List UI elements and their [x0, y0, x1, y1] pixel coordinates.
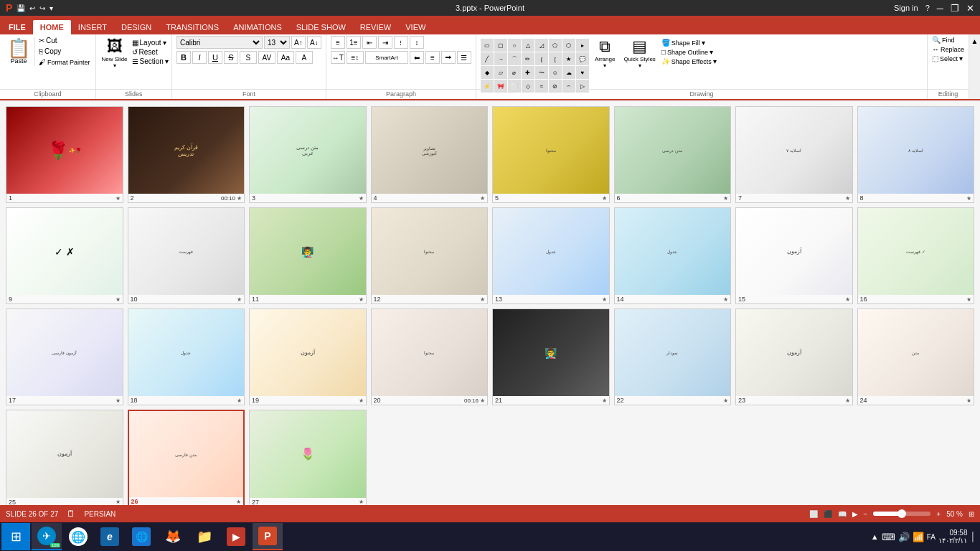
slide-item-4[interactable]: تصاویرآموزشی4★: [371, 106, 489, 203]
slide-item-10[interactable]: فهرست10★: [128, 207, 245, 304]
notes-icon[interactable]: 🗒: [67, 509, 75, 519]
shape-freeform[interactable]: ✏: [522, 52, 534, 65]
align-right-btn[interactable]: ⮕: [441, 51, 456, 64]
slide-item-20[interactable]: محتوا2000:16★: [371, 309, 489, 405]
align-left-btn[interactable]: ⬅: [410, 51, 424, 64]
taskbar-firefox[interactable]: 🦊: [158, 523, 188, 550]
slideshow-view-icon[interactable]: ▶: [852, 510, 858, 518]
slide-item-24[interactable]: متن24★: [857, 309, 975, 405]
taskbar-media[interactable]: ▶: [221, 523, 251, 550]
columns-btn[interactable]: ⫶: [394, 36, 408, 49]
decrease-font-btn[interactable]: A↓: [307, 36, 321, 49]
font-size-select[interactable]: 13: [264, 36, 290, 49]
shape-parallelogram[interactable]: ▱: [494, 66, 507, 79]
replace-button[interactable]: ↔ Replace: [932, 45, 964, 53]
zoom-in-btn[interactable]: +: [936, 510, 941, 518]
slide-item-9[interactable]: ✓ ✗9★: [6, 207, 123, 304]
slide-item-15[interactable]: آزمون15★: [735, 207, 853, 304]
find-button[interactable]: 🔍 Find: [932, 36, 964, 44]
restore-btn[interactable]: ❐: [951, 3, 959, 14]
fit-slide-btn[interactable]: ⊞: [969, 510, 974, 518]
strikethrough-btn[interactable]: S: [224, 51, 238, 64]
underline-btn[interactable]: U: [208, 51, 222, 64]
normal-view-icon[interactable]: ⬜: [809, 510, 818, 518]
tray-speaker-icon[interactable]: 🔊: [898, 532, 910, 542]
taskbar-powerpoint[interactable]: P: [253, 523, 283, 550]
shape-right-triangle[interactable]: ◿: [535, 39, 548, 52]
slide-item-7[interactable]: اسلاید ۷7★: [735, 106, 853, 203]
shape-cloud[interactable]: ☁: [562, 66, 575, 79]
shape-effects-button[interactable]: ✨ Shape Effects ▾: [661, 57, 717, 65]
quick-styles-button[interactable]: ▤ Quick Styles ▾: [621, 36, 658, 70]
qat-save-icon[interactable]: 💾: [17, 4, 25, 12]
shape-line[interactable]: ╱: [481, 52, 494, 65]
zoom-slider[interactable]: [873, 512, 930, 516]
shape-curved[interactable]: ⌒: [508, 52, 521, 65]
copy-button[interactable]: ⎘ Copy: [37, 47, 93, 56]
tab-design[interactable]: DESIGN: [114, 20, 159, 34]
decrease-indent-btn[interactable]: ⇤: [362, 36, 377, 49]
paste-button[interactable]: 📋 Paste: [3, 37, 35, 66]
slide-item-13[interactable]: جدول13★: [492, 207, 610, 304]
slide-item-25[interactable]: آزمون25★: [6, 410, 123, 505]
shape-bracket[interactable]: [: [549, 52, 562, 65]
zoom-out-btn[interactable]: −: [864, 510, 868, 518]
char-spacing-btn[interactable]: AV: [258, 51, 275, 64]
shape-oval[interactable]: ○: [508, 39, 521, 52]
center-btn[interactable]: ≡: [425, 51, 440, 64]
shape-hex[interactable]: ⬡: [562, 39, 575, 52]
help-icon[interactable]: ?: [925, 4, 930, 12]
text-direction-btn[interactable]: ↔T: [331, 51, 345, 64]
tab-insert[interactable]: INSERT: [71, 20, 114, 34]
shape-wave[interactable]: 〜: [535, 66, 548, 79]
shape-smiley[interactable]: ☺: [549, 66, 562, 79]
numbering-btn[interactable]: 1≡: [347, 36, 361, 49]
slide-item-11[interactable]: 👨‍🏫11★: [249, 207, 367, 304]
taskbar-edge-old[interactable]: e: [95, 523, 125, 550]
signin-btn[interactable]: Sign in: [894, 4, 918, 12]
slide-item-3[interactable]: متن درسیعربی3★: [249, 106, 367, 203]
slide-item-12[interactable]: محتوا12★: [371, 207, 489, 304]
slide-item-16[interactable]: ✓ فهرست16★: [857, 207, 975, 304]
tab-transitions[interactable]: TRANSITIONS: [159, 20, 226, 34]
qat-redo-icon[interactable]: ↪: [39, 4, 45, 12]
shape-more[interactable]: ▸: [576, 39, 589, 52]
tray-wifi-icon[interactable]: 📶: [913, 532, 924, 542]
slide-item-5[interactable]: محتوا5★: [492, 106, 610, 203]
convert-smartart-btn[interactable]: SmartArt: [365, 51, 408, 64]
start-button[interactable]: ⊞: [1, 523, 30, 550]
cut-button[interactable]: ✂ Cut: [37, 36, 93, 45]
slide-item-22[interactable]: نمودار22★: [614, 309, 732, 405]
tab-review[interactable]: REVIEW: [353, 20, 398, 34]
slide-item-26[interactable]: متن فارسی26★: [128, 410, 245, 505]
tab-home[interactable]: HOME: [33, 20, 71, 34]
slide-item-6[interactable]: متن درسی6★: [614, 106, 732, 203]
bold-btn[interactable]: B: [176, 51, 191, 64]
slide-item-18[interactable]: جدول18★: [128, 309, 245, 405]
qat-undo-icon[interactable]: ↩: [29, 4, 35, 12]
shape-diamond[interactable]: ◆: [481, 66, 494, 79]
tab-animations[interactable]: ANIMATIONS: [226, 20, 289, 34]
minimize-btn[interactable]: ─: [937, 3, 943, 14]
taskbar-telegram[interactable]: ✈ 106: [32, 523, 62, 550]
shape-rounded-rect[interactable]: ▢: [494, 39, 507, 52]
shape-heart[interactable]: ♥: [576, 66, 589, 79]
shape-outline-button[interactable]: □ Shape Outline ▾: [661, 48, 717, 56]
tray-keyboard-icon[interactable]: ⌨: [882, 532, 895, 542]
taskbar-chrome[interactable]: 🌐: [63, 523, 93, 550]
qat-customize-icon[interactable]: ▾: [50, 4, 53, 12]
font-color-btn[interactable]: A: [296, 51, 313, 64]
section-button[interactable]: ☰ Section ▾: [132, 57, 169, 65]
reset-button[interactable]: ↺ Reset: [132, 48, 169, 56]
slide-item-1[interactable]: 🌹✨🌹1★: [6, 106, 123, 203]
shape-rect[interactable]: ▭: [481, 39, 494, 52]
ribbon-scroll-up[interactable]: ▲: [969, 34, 980, 99]
increase-font-btn[interactable]: A↑: [291, 36, 306, 49]
arrange-button[interactable]: ⧉ Arrange ▾: [592, 36, 618, 70]
shape-brace[interactable]: {: [535, 52, 548, 65]
reading-view-icon[interactable]: 📖: [838, 510, 847, 518]
show-desktop-btn[interactable]: │: [971, 532, 976, 542]
slide-item-23[interactable]: آزمون23★: [735, 309, 853, 405]
change-case-btn[interactable]: Aa: [277, 51, 294, 64]
new-slide-button[interactable]: 🖼 New Slide ▾: [99, 36, 131, 70]
